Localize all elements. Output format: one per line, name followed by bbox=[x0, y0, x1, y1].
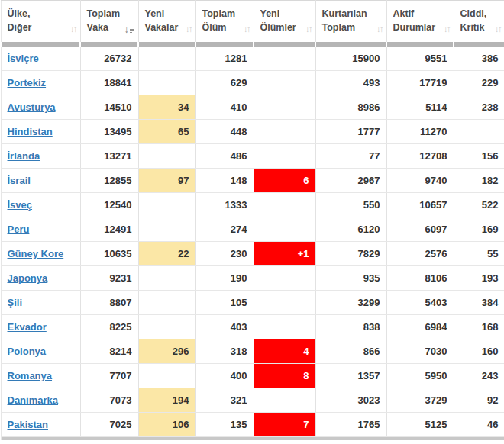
cell-total_deaths: 448 bbox=[195, 120, 254, 144]
cell-total_cases: 10635 bbox=[80, 242, 138, 266]
cell-country: Pakistan bbox=[1, 413, 80, 437]
country-link[interactable]: İsrail bbox=[8, 175, 31, 186]
cell-active_cases: 5950 bbox=[386, 364, 454, 388]
sort-both-icon: ↓↑ bbox=[70, 24, 76, 34]
cell-country: İrlanda bbox=[1, 144, 80, 169]
cell-country: Hindistan bbox=[1, 120, 80, 144]
cell-serious_critical: 522 bbox=[454, 193, 504, 217]
country-link[interactable]: İsviçre bbox=[8, 53, 39, 64]
country-link[interactable]: Güney Kore bbox=[8, 248, 64, 259]
cell-new_cases bbox=[138, 47, 195, 71]
cell-active_cases: 17719 bbox=[386, 71, 454, 95]
covid-country-stats-table: Ülke,Diğer↓↑ToplamVaka↓YeniVakalar↓↑Topl… bbox=[0, 0, 504, 440]
cell-country: Portekiz bbox=[1, 71, 80, 95]
country-link[interactable]: Portekiz bbox=[8, 77, 47, 88]
cell-country: Avusturya bbox=[1, 95, 80, 120]
cell-new_cases bbox=[138, 144, 195, 169]
table-row: Şili880710532995403384 bbox=[1, 291, 504, 315]
cell-total_deaths: 486 bbox=[195, 144, 254, 169]
column-label: Toplam bbox=[322, 21, 380, 35]
cell-total_deaths: 400 bbox=[195, 364, 254, 388]
cell-total_recovered: 2967 bbox=[315, 169, 386, 193]
column-label: Yeni bbox=[260, 8, 309, 21]
sort-desc-active-icon: ↓ bbox=[124, 25, 135, 34]
country-link[interactable]: Avusturya bbox=[8, 101, 56, 113]
cell-country: Romanya bbox=[1, 364, 80, 388]
cell-total_deaths: 230 bbox=[195, 242, 254, 266]
cell-total_recovered: 866 bbox=[315, 339, 386, 364]
cell-total_deaths: 135 bbox=[195, 413, 254, 437]
column-header-total_recovered[interactable]: KurtarılanToplam↓↑ bbox=[315, 1, 386, 42]
column-header-new_cases[interactable]: YeniVakalar↓↑ bbox=[138, 1, 195, 42]
table-row: Hindistan1349565448177711270 bbox=[1, 120, 504, 144]
table-row: Romanya7707400813575950243 bbox=[1, 364, 504, 388]
cell-new_deaths: 7 bbox=[254, 413, 315, 437]
column-label: Toplam bbox=[87, 8, 132, 21]
cell-serious_critical: 193 bbox=[454, 266, 504, 291]
cell-country: İsviçre bbox=[1, 47, 80, 71]
table-row: İsviçre267321281159009551386 bbox=[1, 47, 504, 71]
country-link[interactable]: İrlanda bbox=[8, 150, 40, 162]
country-link[interactable]: Danimarka bbox=[8, 394, 58, 406]
sort-both-icon: ↓↑ bbox=[444, 24, 450, 34]
column-label: Ölüm bbox=[202, 21, 247, 35]
column-header-serious_critical[interactable]: Ciddi,Kritik↓↑ bbox=[454, 1, 504, 42]
country-link[interactable]: İsveç bbox=[8, 199, 33, 211]
cell-serious_critical: 243 bbox=[454, 364, 504, 388]
table-row: Portekiz1884162949317719229 bbox=[1, 71, 504, 95]
country-link[interactable]: Ekvador bbox=[8, 321, 47, 333]
cell-new_cases bbox=[138, 291, 195, 315]
cell-total_cases: 7025 bbox=[80, 413, 138, 437]
column-label: Vakalar bbox=[145, 21, 189, 35]
cell-new_deaths bbox=[254, 144, 315, 169]
cell-serious_critical: 168 bbox=[454, 315, 504, 339]
table-row: İrlanda132714867712708156 bbox=[1, 144, 504, 169]
cell-total_cases: 12540 bbox=[80, 193, 138, 217]
cell-total_cases: 8214 bbox=[80, 339, 138, 364]
cell-total_deaths: 318 bbox=[195, 339, 254, 364]
column-label: Kurtarılan bbox=[322, 8, 380, 21]
cell-new_cases: 296 bbox=[138, 339, 195, 364]
cell-new_cases: 65 bbox=[138, 120, 195, 144]
country-link[interactable]: Hindistan bbox=[8, 126, 53, 137]
header-row: Ülke,Diğer↓↑ToplamVaka↓YeniVakalar↓↑Topl… bbox=[1, 1, 504, 42]
column-header-total_cases[interactable]: ToplamVaka↓ bbox=[80, 1, 138, 42]
column-label: Ciddi, bbox=[460, 8, 499, 21]
cell-active_cases: 5403 bbox=[386, 291, 454, 315]
cell-total_recovered: 8986 bbox=[315, 95, 386, 120]
column-header-new_deaths[interactable]: YeniÖlümler↓↑ bbox=[254, 1, 315, 42]
column-header-active_cases[interactable]: AktifDurumlar↓↑ bbox=[386, 1, 454, 42]
country-link[interactable]: Pakistan bbox=[8, 419, 48, 430]
cell-total_deaths: 148 bbox=[195, 169, 254, 193]
cell-new_deaths: 6 bbox=[254, 169, 315, 193]
country-link[interactable]: Romanya bbox=[8, 370, 53, 381]
column-label: Diğer bbox=[8, 21, 74, 35]
cell-new_cases: 106 bbox=[138, 413, 195, 437]
cell-total_cases: 7073 bbox=[80, 388, 138, 413]
table-row: Danimarka70731943213023372992 bbox=[1, 388, 504, 413]
cell-new_cases: 194 bbox=[138, 388, 195, 413]
column-header-total_deaths[interactable]: ToplamÖlüm↓↑ bbox=[195, 1, 254, 42]
country-link[interactable]: Japonya bbox=[8, 272, 48, 284]
column-label: Aktif bbox=[393, 8, 447, 21]
cell-new_cases bbox=[138, 71, 195, 95]
cell-new_deaths: +1 bbox=[254, 242, 315, 266]
column-header-country[interactable]: Ülke,Diğer↓↑ bbox=[1, 1, 80, 42]
table-row: İsrail1285597148629679740182 bbox=[1, 169, 504, 193]
cell-new_cases bbox=[138, 217, 195, 242]
column-label: Durumlar bbox=[393, 21, 447, 35]
table-row: İsveç12540133355010657522 bbox=[1, 193, 504, 217]
cell-total_cases: 26732 bbox=[80, 47, 138, 71]
cell-total_cases: 12855 bbox=[80, 169, 138, 193]
cell-total_cases: 9231 bbox=[80, 266, 138, 291]
cell-total_deaths: 190 bbox=[195, 266, 254, 291]
country-link[interactable]: Peru bbox=[8, 224, 30, 235]
country-link[interactable]: Şili bbox=[8, 297, 23, 308]
country-link[interactable]: Polonya bbox=[8, 346, 47, 357]
table-row: Ekvador82254038386984168 bbox=[1, 315, 504, 339]
cell-new_cases: 22 bbox=[138, 242, 195, 266]
cell-total_deaths: 410 bbox=[195, 95, 254, 120]
cell-total_cases: 8225 bbox=[80, 315, 138, 339]
table-bottom-bar bbox=[1, 437, 504, 440]
cell-total_cases: 14510 bbox=[80, 95, 138, 120]
